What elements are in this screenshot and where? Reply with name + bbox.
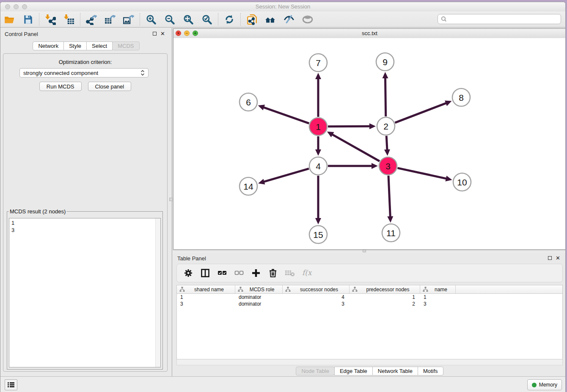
zoom-out-button[interactable] xyxy=(164,14,175,25)
graph-node-8[interactable]: 8 xyxy=(452,88,470,106)
graph-node-4[interactable]: 4 xyxy=(309,157,327,175)
zoom-selected-button[interactable] xyxy=(201,14,212,25)
column-header-shared-name[interactable]: shared name xyxy=(177,285,235,293)
tab-motifs[interactable]: Motifs xyxy=(418,367,443,375)
graph-edge-2-3[interactable] xyxy=(384,136,390,156)
table-header-row: shared nameMCDS rolesuccessor nodesprede… xyxy=(177,285,562,294)
tab-mcds[interactable]: MCDS xyxy=(112,41,139,50)
network-canvas[interactable]: 7968124314101511 xyxy=(173,38,566,249)
graph-node-6[interactable]: 6 xyxy=(239,93,257,111)
graph-edge-4-3[interactable] xyxy=(328,163,378,169)
tab-node-table[interactable]: Node Table xyxy=(296,367,335,375)
svg-text:f(x): f(x) xyxy=(302,268,312,277)
zoom-in-button[interactable] xyxy=(146,14,157,25)
control-panel-tabs: NetworkStyleSelectMCDS xyxy=(0,41,172,50)
delete-table-button[interactable] xyxy=(284,268,295,279)
show-all-icon xyxy=(302,14,313,25)
function-builder-button[interactable]: f(x) xyxy=(301,268,312,279)
control-panel: Control Panel ✕ NetworkStyleSelectMCDS O… xyxy=(0,28,172,377)
memory-button[interactable]: Memory xyxy=(527,379,562,390)
export-image-button[interactable] xyxy=(123,14,134,25)
table-cell: 1 xyxy=(350,294,420,300)
close-panel-button[interactable]: Close panel xyxy=(88,82,132,91)
graph-edge-1-6[interactable] xyxy=(258,105,309,123)
open-session-button[interactable] xyxy=(4,14,15,25)
graph-edge-1-2[interactable] xyxy=(328,123,376,129)
graph-edge-3-1[interactable] xyxy=(327,132,380,161)
graph-node-11[interactable]: 11 xyxy=(382,224,400,242)
svg-text:9: 9 xyxy=(383,57,388,67)
column-header-name[interactable]: name xyxy=(420,285,456,293)
graph-node-2[interactable]: 2 xyxy=(377,117,395,135)
table-panel-float-icon[interactable] xyxy=(548,256,552,260)
graph-edge-1-4[interactable] xyxy=(315,136,321,156)
graph-edge-3-10[interactable] xyxy=(397,168,452,182)
hide-selected-button[interactable] xyxy=(284,14,295,25)
select-all-button[interactable] xyxy=(217,268,228,279)
table-panel-close-icon[interactable]: ✕ xyxy=(556,256,560,260)
table-cell: 3 xyxy=(283,301,350,307)
graph-node-9[interactable]: 9 xyxy=(376,53,394,71)
export-network-button[interactable] xyxy=(86,14,97,25)
tab-select[interactable]: Select xyxy=(86,41,113,50)
graph-edge-2-8[interactable] xyxy=(395,100,451,122)
graph-edge-4-14[interactable] xyxy=(258,168,309,184)
task-history-button[interactable] xyxy=(5,379,17,390)
table-horizontal-scrollbar[interactable] xyxy=(176,359,563,365)
graph-node-10[interactable]: 10 xyxy=(453,173,471,191)
criterion-dropdown[interactable]: strongly connected component xyxy=(19,68,149,77)
table-row[interactable]: 1dominator411 xyxy=(177,294,562,301)
new-network-from-selection-button[interactable] xyxy=(246,14,257,25)
delete-column-icon xyxy=(268,268,278,278)
save-session-button[interactable] xyxy=(22,14,33,25)
delete-column-button[interactable] xyxy=(267,268,278,279)
column-header-successor-nodes[interactable]: successor nodes xyxy=(283,285,350,293)
zoom-out-icon xyxy=(164,14,175,25)
graph-edge-1-7[interactable] xyxy=(315,73,321,117)
refresh-layout-button[interactable] xyxy=(224,14,235,25)
unselect-all-button[interactable] xyxy=(234,268,245,279)
horizontal-splitter-handle[interactable] xyxy=(363,250,366,252)
first-neighbors-button[interactable] xyxy=(265,14,276,25)
table-row[interactable]: 3dominator323 xyxy=(177,301,562,307)
tab-network[interactable]: Network xyxy=(33,41,64,50)
import-table-icon xyxy=(63,14,74,25)
control-panel-float-icon[interactable] xyxy=(153,32,157,36)
graph-node-14[interactable]: 14 xyxy=(239,177,257,195)
table-toolbar: f(x) xyxy=(176,264,563,282)
graph-node-3[interactable]: 3 xyxy=(379,157,397,175)
search-input[interactable] xyxy=(447,15,561,23)
tab-edge-table[interactable]: Edge Table xyxy=(334,367,373,375)
tab-style[interactable]: Style xyxy=(63,41,87,50)
result-scrollbar[interactable] xyxy=(155,218,160,367)
graph-edge-3-11[interactable] xyxy=(387,176,393,223)
export-table-button[interactable] xyxy=(105,14,116,25)
first-neighbors-icon xyxy=(265,14,276,25)
search-box[interactable] xyxy=(438,14,561,24)
column-header-predecessor-nodes[interactable]: predecessor nodes xyxy=(350,285,420,293)
columns-button[interactable] xyxy=(200,268,211,279)
tab-network-table[interactable]: Network Table xyxy=(372,367,418,375)
column-header-MCDS-role[interactable]: MCDS role xyxy=(235,285,283,293)
import-network-button[interactable] xyxy=(45,14,56,25)
svg-text:2: 2 xyxy=(383,121,388,131)
svg-text:7: 7 xyxy=(316,58,321,68)
import-table-button[interactable] xyxy=(63,14,74,25)
run-mcds-button[interactable]: Run MCDS xyxy=(39,82,82,91)
vertical-splitter-handle[interactable] xyxy=(169,198,173,201)
gear-button[interactable] xyxy=(183,268,194,279)
mcds-result-textarea[interactable]: 1 3 xyxy=(9,218,161,367)
zoom-fit-button[interactable] xyxy=(183,14,194,25)
window-titlebar: Session: New Session xyxy=(0,2,565,12)
table-cell: 1 xyxy=(177,294,235,300)
control-panel-close-icon[interactable]: ✕ xyxy=(160,32,165,36)
network-window-title: scc.txt xyxy=(173,30,566,36)
show-all-button[interactable] xyxy=(302,14,313,25)
graph-node-15[interactable]: 15 xyxy=(309,226,327,243)
graph-node-7[interactable]: 7 xyxy=(309,54,327,72)
add-column-button[interactable] xyxy=(250,268,261,279)
graph-node-1[interactable]: 1 xyxy=(309,118,327,135)
graph-edge-2-9[interactable] xyxy=(383,72,388,116)
graph-edge-4-15[interactable] xyxy=(315,176,321,224)
hierarchy-icon xyxy=(238,287,243,292)
